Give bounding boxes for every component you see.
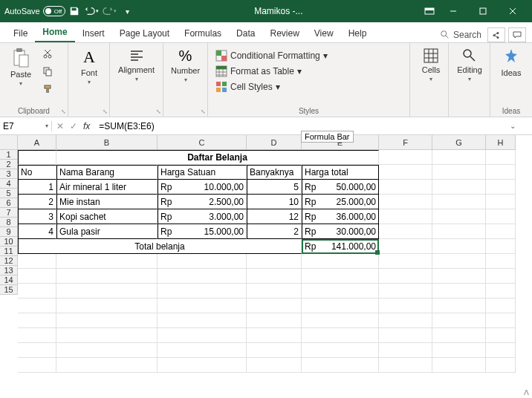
cell[interactable] (486, 180, 516, 195)
alignment-button[interactable]: Alignment ▾ (114, 46, 158, 84)
cell[interactable] (18, 254, 56, 269)
formula-input[interactable] (94, 121, 532, 131)
cell[interactable] (158, 284, 247, 298)
font-launcher-icon[interactable]: ⤡ (103, 108, 108, 115)
col-header-c[interactable]: C (158, 135, 247, 150)
cell[interactable] (158, 358, 247, 373)
format-painter-button[interactable] (40, 82, 55, 97)
cell[interactable]: 4 (18, 224, 56, 239)
row-header[interactable]: 11 (0, 247, 18, 256)
cell[interactable] (18, 150, 56, 165)
tab-page-layout[interactable]: Page Layout (112, 25, 177, 42)
cell[interactable] (432, 298, 486, 313)
cell[interactable] (432, 180, 486, 195)
row-header[interactable]: 9 (0, 227, 18, 237)
cell[interactable] (18, 313, 56, 328)
cell[interactable] (486, 343, 516, 358)
toggle-switch[interactable]: Off (43, 6, 65, 16)
cell[interactable] (302, 254, 379, 269)
cell[interactable]: 1 (18, 180, 56, 195)
cell[interactable] (158, 313, 247, 328)
cell[interactable]: 2 (247, 224, 302, 239)
cell[interactable] (486, 358, 516, 373)
header-nama[interactable]: Nama Barang (56, 165, 158, 180)
cell[interactable] (432, 150, 486, 165)
cell[interactable] (158, 269, 247, 284)
cell[interactable] (247, 358, 302, 373)
cell[interactable] (56, 254, 158, 269)
cell[interactable] (247, 313, 302, 328)
cell[interactable] (18, 284, 56, 298)
row-header[interactable]: 5 (0, 189, 18, 198)
search-button[interactable]: Search (440, 30, 481, 40)
cancel-formula-icon[interactable]: ✕ (56, 121, 64, 131)
row-header[interactable]: 1 (0, 150, 18, 160)
cell[interactable] (56, 358, 158, 373)
cell[interactable] (247, 254, 302, 269)
font-button[interactable]: A Font ▾ (73, 46, 106, 87)
col-header-a[interactable]: A (18, 135, 56, 150)
redo-icon[interactable]: ▾ (101, 2, 119, 20)
cell[interactable] (432, 269, 486, 284)
cut-button[interactable] (40, 46, 55, 61)
comments-button[interactable] (508, 27, 526, 42)
cell[interactable] (379, 180, 432, 195)
cell[interactable]: Rp15.000,00 (158, 224, 247, 239)
cell[interactable] (158, 298, 247, 313)
cell[interactable] (486, 165, 516, 180)
format-as-table-button[interactable]: Format as Table ▾ (213, 65, 305, 78)
col-header-b[interactable]: B (56, 135, 158, 150)
cell[interactable]: Air mineral 1 liter (56, 180, 158, 195)
cell[interactable] (379, 328, 432, 343)
number-button[interactable]: % Number ▾ (168, 46, 203, 85)
footer-label[interactable]: Total belanja (18, 239, 302, 254)
cell[interactable] (247, 298, 302, 313)
footer-total-cell[interactable]: Rp141.000,00 (302, 239, 379, 254)
cell[interactable]: 5 (247, 180, 302, 195)
tab-view[interactable]: View (307, 25, 341, 42)
row-header[interactable]: 6 (0, 198, 18, 208)
cell[interactable] (302, 343, 379, 358)
cell[interactable] (302, 284, 379, 298)
cell[interactable] (486, 224, 516, 239)
share-button[interactable] (487, 27, 505, 42)
cell[interactable] (56, 343, 158, 358)
cell[interactable] (379, 239, 432, 254)
cell[interactable]: Rp3.000,00 (158, 209, 247, 224)
cell[interactable] (302, 358, 379, 373)
tab-help[interactable]: Help (341, 25, 374, 42)
cell[interactable] (56, 298, 158, 313)
tab-file[interactable]: File (6, 25, 35, 42)
select-all-corner[interactable] (0, 135, 18, 150)
cell[interactable] (486, 195, 516, 209)
autosave-toggle[interactable]: AutoSave Off (4, 6, 65, 16)
row-header[interactable]: 3 (0, 169, 18, 179)
tab-formulas[interactable]: Formulas (177, 25, 229, 42)
cells-button[interactable]: Cells ▾ (415, 46, 447, 84)
header-harga-total[interactable]: Harga total (302, 165, 379, 180)
cell[interactable] (158, 328, 247, 343)
collapse-ribbon-icon[interactable]: ᐱ (524, 388, 529, 397)
cell[interactable] (379, 209, 432, 224)
clipboard-launcher-icon[interactable]: ⤡ (61, 108, 66, 115)
number-launcher-icon[interactable]: ⤡ (201, 108, 206, 115)
qat-customize-icon[interactable]: ▾ (119, 2, 137, 20)
name-box[interactable]: ▾ (0, 121, 52, 131)
cell[interactable] (379, 298, 432, 313)
expand-formula-bar-icon[interactable]: ⌄ (510, 122, 519, 131)
col-header-g[interactable]: G (432, 135, 486, 150)
cell[interactable]: Kopi sachet (56, 209, 158, 224)
cell[interactable] (432, 328, 486, 343)
cell[interactable] (247, 343, 302, 358)
cell[interactable] (379, 269, 432, 284)
row-header[interactable]: 15 (0, 285, 18, 295)
chevron-down-icon[interactable]: ▾ (45, 123, 48, 129)
save-icon[interactable] (65, 2, 83, 20)
cell[interactable] (379, 343, 432, 358)
tab-insert[interactable]: Insert (75, 25, 112, 42)
cell[interactable] (486, 298, 516, 313)
maximize-button[interactable] (468, 0, 498, 22)
cell[interactable] (18, 328, 56, 343)
cell[interactable] (56, 313, 158, 328)
cell[interactable] (158, 254, 247, 269)
